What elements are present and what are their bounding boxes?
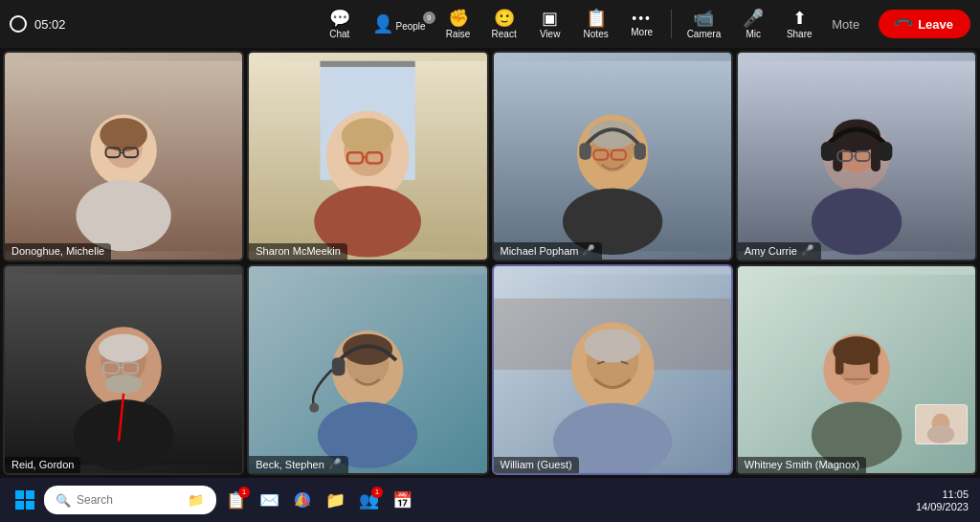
mail-app-icon: ✉️ [259, 490, 279, 511]
svg-rect-78 [15, 501, 24, 510]
taskbar-teams2-icon[interactable]: 👥 1 [355, 487, 383, 514]
top-bar: 05:02 💬 Chat 👤 9 People ✊ Raise 🙂 React … [0, 0, 980, 48]
chat-button[interactable]: 💬 Chat [319, 6, 361, 43]
people-icon: 👤 [372, 14, 393, 34]
notes-button[interactable]: 📋 Notes [575, 6, 617, 43]
svg-point-3 [100, 118, 147, 151]
timer-area: 05:02 [10, 15, 66, 33]
mic-active-icon-3: 🎤 [582, 244, 595, 257]
raise-button[interactable]: ✊ Raise [437, 6, 479, 43]
taskbar: 🔍 📁 📋 1 ✉️ 📁 👥 1 📅 11:05 14/09/2023 [0, 478, 980, 522]
camera-label: Camera [687, 29, 722, 39]
more-button[interactable]: ••• More [621, 8, 663, 41]
tile-inner-4: Amy Currie 🎤 [738, 53, 975, 260]
video-tile-5: Reid, Gordon [3, 264, 244, 475]
participant-visual-5 [5, 266, 242, 473]
svg-rect-79 [26, 501, 34, 510]
svg-rect-77 [26, 490, 34, 499]
name-label-3: Michael Popham 🎤 [494, 242, 603, 260]
participant-visual-4 [738, 53, 975, 260]
mic-label: Mic [746, 29, 761, 39]
windows-logo-icon [15, 490, 34, 510]
taskbar-files-icon[interactable]: 📁 [322, 487, 349, 514]
participant-name-7: William (Guest) [501, 459, 572, 470]
people-badge: 9 [423, 11, 435, 24]
video-grid: Donoghue, Michelle [0, 48, 980, 478]
react-button[interactable]: 🙂 React [483, 6, 525, 43]
people-button[interactable]: 👤 9 People [365, 11, 434, 36]
participant-visual-1 [5, 53, 242, 260]
teams2-notification-badge: 1 [371, 487, 383, 498]
phone-icon: 📞 [893, 12, 915, 34]
search-bar[interactable]: 🔍 📁 [44, 486, 216, 514]
view-icon: ▣ [542, 10, 558, 27]
name-label-2: Sharon McMeekin [249, 243, 347, 260]
chat-icon: 💬 [329, 10, 350, 27]
name-label-5: Reid, Gordon [5, 457, 80, 473]
mic-button[interactable]: 🎤 Mic [732, 6, 774, 43]
controls-area: 💬 Chat 👤 9 People ✊ Raise 🙂 React ▣ View… [319, 6, 970, 43]
video-tile-4: Amy Currie 🎤 [736, 51, 977, 261]
share-button[interactable]: ⬆ Share [778, 6, 820, 43]
participant-name-4: Amy Currie [745, 245, 797, 257]
video-tile-3: Michael Popham 🎤 [492, 51, 733, 261]
tile-inner-3: Michael Popham 🎤 [494, 53, 731, 260]
mic-active-icon-6: 🎤 [328, 458, 342, 470]
svg-rect-26 [634, 143, 645, 159]
view-button[interactable]: ▣ View [529, 6, 571, 43]
divider [671, 10, 672, 38]
windows-start-button[interactable] [11, 487, 38, 513]
video-tile-7: William (Guest) [492, 264, 733, 475]
svg-point-43 [99, 334, 148, 363]
svg-rect-76 [15, 490, 24, 499]
search-input[interactable] [77, 493, 182, 507]
tile-inner-5: Reid, Gordon [5, 266, 242, 473]
notes-label: Notes [584, 29, 609, 39]
svg-point-13 [342, 118, 394, 153]
mic-active-icon-4: 🎤 [801, 244, 814, 257]
share-label: Share [787, 29, 813, 39]
tile-inner-1: Donoghue, Michelle [5, 53, 242, 260]
name-label-6: Beck, Stephen 🎤 [249, 456, 348, 473]
notes-icon: 📋 [586, 10, 607, 27]
chat-label: Chat [329, 29, 349, 39]
timer-label: 05:02 [34, 17, 66, 32]
raise-icon: ✊ [448, 10, 469, 27]
svg-point-55 [310, 403, 320, 413]
taskbar-teams-icon[interactable]: 📋 1 [222, 487, 250, 514]
svg-rect-34 [821, 142, 835, 161]
participant-name-3: Michael Popham [501, 245, 579, 257]
svg-point-75 [927, 425, 955, 443]
participant-visual-7 [494, 266, 731, 473]
taskbar-time: 11:05 [942, 488, 969, 500]
timer-icon [10, 15, 27, 33]
participant-name-1: Donoghue, Michelle [11, 245, 104, 257]
participant-visual-3 [494, 53, 731, 260]
calendar-app-icon: 📅 [392, 490, 412, 511]
more-icon: ••• [632, 11, 652, 25]
files-app-icon: 📁 [325, 490, 345, 511]
mini-thumb-visual [916, 405, 967, 443]
video-tile-1: Donoghue, Michelle [3, 51, 244, 261]
tile-inner-7: William (Guest) [494, 266, 731, 473]
camera-button[interactable]: 📹 Camera [679, 6, 729, 43]
name-label-4: Amy Currie 🎤 [738, 242, 821, 260]
name-label-7: William (Guest) [494, 457, 579, 473]
taskbar-chrome-icon[interactable] [289, 487, 316, 513]
svg-rect-25 [579, 143, 590, 159]
video-tile-8: Whitney Smith (Magnox) [736, 264, 977, 475]
react-label: React [492, 29, 517, 39]
participant-name-6: Beck, Stephen [256, 459, 324, 470]
name-label-8: Whitney Smith (Magnox) [738, 457, 866, 473]
taskbar-date: 14/09/2023 [916, 501, 969, 512]
svg-rect-10 [321, 61, 415, 67]
svg-rect-54 [332, 358, 345, 376]
taskbar-calendar-icon[interactable]: 📅 [389, 487, 416, 514]
participant-name-2: Sharon McMeekin [256, 245, 341, 257]
participant-visual-2 [249, 53, 486, 260]
svg-point-48 [74, 399, 173, 470]
search-folder-icon: 📁 [188, 492, 204, 508]
svg-point-39 [812, 189, 902, 256]
taskbar-mail-icon[interactable]: ✉️ [256, 487, 283, 514]
leave-button[interactable]: 📞 Leave [879, 10, 970, 38]
